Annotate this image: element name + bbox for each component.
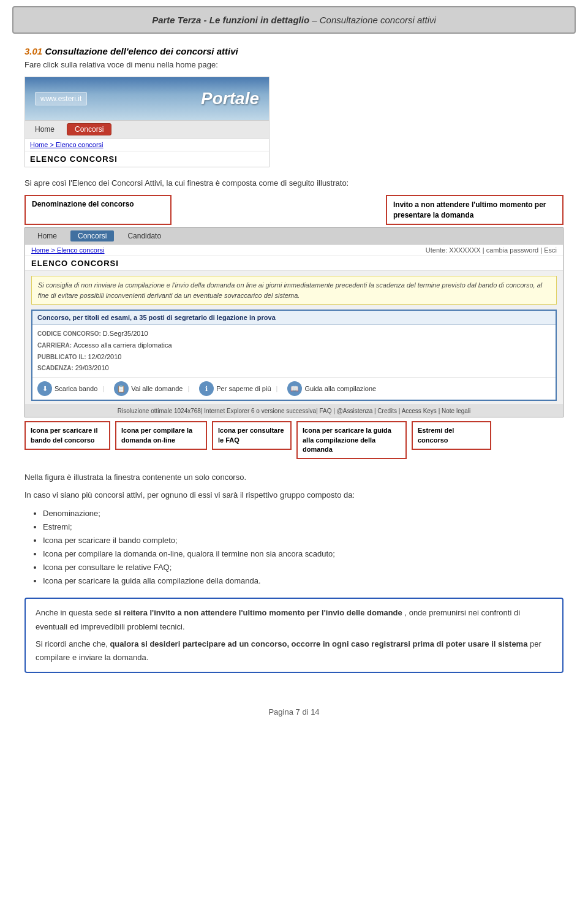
portal-page-title: Elenco concorsi: [25, 151, 269, 167]
bullet-item: Icona per scaricare il bando completo;: [43, 534, 564, 547]
bullet-item: Icona per compilare la domanda on-line, …: [43, 547, 564, 561]
inner-portal-page-title: Elenco concorsi: [25, 256, 563, 271]
bullet-item: Icona per consultare le relative FAQ;: [43, 561, 564, 574]
bottom-callouts-row: Icona per scaricare il bando del concors…: [24, 421, 564, 459]
bullet-item: Icona per scaricare la guida alla compil…: [43, 574, 564, 588]
inner-portal-warning: Si consiglia di non rinviare la compilaz…: [31, 276, 557, 305]
inner-portal-concorso-body: Codice Concorso: D.Segr35/2010 Carriera:…: [32, 325, 556, 377]
si-apre-text: Si apre così l'Elenco dei Concorsi Attiv…: [24, 177, 564, 190]
portal-breadcrumb: Home > Elenco concorsi: [25, 139, 269, 151]
icon-vai-domande[interactable]: 📋 Vai alle domande |: [114, 381, 192, 396]
inner-portal-concorso: Concorso, per titoli ed esami, a 35 post…: [31, 310, 557, 401]
bullet-item: Denominazione;: [43, 507, 564, 520]
per-saperne-icon: ℹ: [199, 381, 214, 396]
callout-invito: Invito a non attendere l'ultimo momento …: [386, 195, 564, 226]
portal-nav: Home Concorsi: [25, 120, 269, 139]
in-caso-text: In caso vi siano più concorsi attivi, pe…: [24, 489, 564, 502]
portal-nav-home[interactable]: Home: [30, 124, 59, 135]
header-text: Parte Terza - Le funzioni in dettaglio –…: [152, 15, 436, 25]
blue-box-paragraph2: Si ricordi anche che, qualora si desider…: [36, 637, 552, 664]
scarica-bando-icon: ⬇: [37, 381, 52, 396]
top-callouts: Denominazione del concorso Invito a non …: [24, 195, 564, 226]
inner-portal-footer: Risoluzione ottimale 1024x768| Internet …: [25, 405, 563, 417]
icon-guida[interactable]: 📖 Guida alla compilazione: [287, 381, 376, 396]
inner-nav-home[interactable]: Home: [30, 230, 64, 241]
inner-portal-breadcrumb: Home > Elenco concorsi: [31, 246, 105, 254]
url-bar: www.esteri.it: [35, 92, 87, 105]
scadenza-row: Scadenza: 29/03/2010: [37, 362, 551, 374]
portal-screenshot: www.esteri.it Portale Home Concorsi Home…: [24, 77, 270, 167]
intro-text: Fare click sulla relativa voce di menu n…: [24, 60, 564, 69]
guida-icon: 📖: [287, 381, 302, 396]
bullet-list: Denominazione; Estremi; Icona per scaric…: [24, 507, 564, 588]
vai-domande-icon: 📋: [114, 381, 129, 396]
blue-info-box: Anche in questa sede si reitera l'invito…: [24, 598, 564, 672]
diagram-container: Denominazione del concorso Invito a non …: [24, 195, 564, 460]
carriera-row: Carriera: Accesso alla carriera diplomat…: [37, 340, 551, 351]
callout-icona-guida: Icona per scaricare la guida alla compil…: [296, 421, 407, 459]
callout-icona-faq: Icona per consultare le FAQ: [212, 421, 292, 450]
icon-scarica-bando[interactable]: ⬇ Scarica bando |: [37, 381, 107, 396]
inner-portal-user-info: Utente: XXXXXXX | cambia password | Esci: [426, 246, 557, 254]
bullet-item: Estremi;: [43, 520, 564, 534]
portale-title: Portale: [201, 89, 259, 108]
inner-nav-concorsi[interactable]: Concorsi: [70, 230, 114, 241]
inner-nav-candidato[interactable]: Candidato: [120, 230, 168, 241]
portal-image: www.esteri.it Portale: [25, 77, 269, 120]
inner-portal-header-row: Home > Elenco concorsi Utente: XXXXXXX |…: [25, 245, 563, 256]
callout-icona-domanda: Icona per compilare la domanda on-line: [115, 421, 207, 450]
section-heading: 3.01 Consultazione dell'elenco dei conco…: [24, 46, 564, 56]
callout-estremi: Estremi del concorso: [412, 421, 491, 450]
inner-portal-icons-row: ⬇ Scarica bando | 📋 Vai alle domande | ℹ…: [32, 377, 556, 400]
callout-denominazione: Denominazione del concorso: [24, 195, 172, 226]
portal-nav-concorsi[interactable]: Concorsi: [67, 123, 111, 135]
inner-portal: Home Concorsi Candidato Home > Elenco co…: [24, 227, 564, 417]
pubblicato-row: Pubblicato Il: 12/02/2010: [37, 351, 551, 363]
inner-portal-nav: Home Concorsi Candidato: [25, 228, 563, 245]
page-footer: Pagina 7 di 14: [0, 695, 588, 723]
icon-per-saperne[interactable]: ℹ Per saperne di più |: [199, 381, 280, 396]
codice-row: Codice Concorso: D.Segr35/2010: [37, 328, 551, 340]
page-header: Parte Terza - Le funzioni in dettaglio –…: [12, 6, 576, 34]
blue-box-paragraph1: Anche in questa sede si reitera l'invito…: [36, 606, 552, 633]
nella-figura-text: Nella figura è illustrata la finestra co…: [24, 471, 564, 484]
main-content: 3.01 Consultazione dell'elenco dei conco…: [0, 40, 588, 695]
inner-portal-concorso-title: Concorso, per titoli ed esami, a 35 post…: [32, 311, 556, 325]
callout-icona-bando: Icona per scaricare il bando del concors…: [24, 421, 110, 450]
